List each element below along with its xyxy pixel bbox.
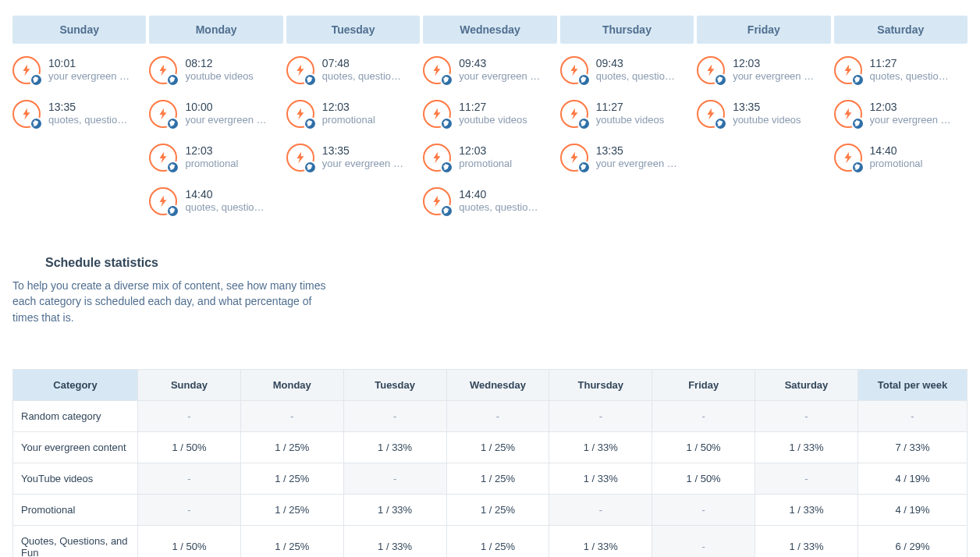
category-name-cell: YouTube videos	[13, 463, 138, 494]
stats-total-cell: 4 / 19%	[858, 494, 968, 525]
slot-icon-wrap	[286, 100, 314, 128]
slot-category: quotes, questio…	[596, 70, 694, 83]
stats-cell: -	[652, 525, 755, 557]
twitter-badge-icon	[440, 204, 453, 218]
stats-cell: 1 / 25%	[446, 463, 549, 494]
slot-text: 12:03your evergreen …	[870, 100, 968, 127]
slot-time: 09:43	[459, 56, 556, 70]
slot-text: 09:43quotes, questio…	[596, 56, 694, 83]
slot-text: 14:40promotional	[870, 144, 968, 171]
schedule-slot[interactable]: 13:35your evergreen …	[286, 144, 420, 172]
stats-total-cell: 6 / 29%	[858, 525, 968, 557]
stats-header-cell: Saturday	[755, 369, 858, 400]
schedule-slot[interactable]: 09:43your evergreen …	[423, 56, 556, 84]
stats-cell: 1 / 25%	[446, 525, 549, 557]
slot-text: 13:35youtube videos	[733, 100, 830, 127]
slot-time: 11:27	[870, 56, 968, 70]
category-name-cell: Random category	[13, 400, 138, 431]
stats-cell: 1 / 50%	[138, 525, 241, 557]
schedule-slot[interactable]: 14:40quotes, questio…	[149, 187, 282, 215]
schedule-grid: SundayMondayTuesdayWednesdayThursdayFrid…	[0, 16, 980, 231]
stats-cell: 1 / 25%	[240, 463, 343, 494]
schedule-statistics-heading: Schedule statistics	[45, 256, 968, 270]
twitter-badge-icon	[304, 117, 317, 130]
twitter-badge-icon	[714, 117, 727, 130]
slot-icon-wrap	[12, 100, 41, 128]
stats-cell: -	[549, 400, 652, 431]
schedule-slot[interactable]: 11:27youtube videos	[560, 100, 694, 128]
schedule-slot[interactable]: 07:48quotes, questio…	[286, 56, 420, 84]
slot-category: your evergreen …	[185, 114, 282, 127]
stats-cell: 1 / 33%	[549, 463, 652, 494]
twitter-badge-icon	[304, 73, 317, 87]
slot-icon-wrap	[149, 144, 177, 172]
slot-time: 14:40	[459, 187, 556, 201]
schedule-slot[interactable]: 11:27youtube videos	[423, 100, 556, 128]
twitter-badge-icon	[440, 117, 453, 130]
slot-icon-wrap	[149, 100, 177, 128]
stats-cell: 1 / 33%	[755, 494, 858, 525]
table-row: Random category--------	[13, 400, 968, 431]
schedule-slot[interactable]: 13:35quotes, questio…	[12, 100, 146, 128]
slot-icon-wrap	[423, 187, 451, 215]
schedule-slot[interactable]: 12:03your evergreen …	[834, 100, 968, 128]
slot-category: quotes, questio…	[459, 201, 556, 215]
slot-category: your evergreen …	[870, 114, 968, 127]
stats-header-cell: Thursday	[549, 369, 652, 400]
stats-total-cell: 4 / 19%	[858, 463, 968, 494]
stats-cell: 1 / 33%	[343, 431, 446, 463]
slot-icon-wrap	[560, 144, 588, 172]
stats-cell: 1 / 33%	[755, 431, 858, 463]
slot-text: 14:40quotes, questio…	[459, 187, 556, 215]
slot-text: 10:01your evergreen …	[48, 56, 146, 83]
stats-total-cell: 7 / 33%	[858, 431, 968, 463]
slot-text: 11:27quotes, questio…	[870, 56, 968, 83]
slot-text: 12:03promotional	[185, 144, 282, 171]
slot-icon-wrap	[560, 56, 588, 84]
day-column-sunday: 10:01your evergreen …13:35quotes, questi…	[12, 47, 146, 231]
schedule-slot[interactable]: 13:35your evergreen …	[560, 144, 694, 172]
schedule-slot[interactable]: 09:43quotes, questio…	[560, 56, 694, 84]
stats-cell: -	[755, 463, 858, 494]
twitter-badge-icon	[166, 117, 179, 130]
schedule-slot[interactable]: 12:03promotional	[286, 100, 420, 128]
schedule-slot[interactable]: 12:03promotional	[149, 144, 282, 172]
stats-cell: -	[138, 463, 241, 494]
stats-cell: 1 / 33%	[343, 525, 446, 557]
slot-time: 09:43	[596, 56, 694, 70]
twitter-badge-icon	[851, 73, 865, 87]
schedule-slot[interactable]: 12:03your evergreen …	[697, 56, 830, 84]
slot-category: promotional	[870, 158, 968, 171]
category-name-cell: Quotes, Questions, and Fun	[13, 525, 138, 557]
twitter-badge-icon	[851, 161, 865, 174]
schedule-slot[interactable]: 10:00your evergreen …	[149, 100, 282, 128]
schedule-slot[interactable]: 14:40promotional	[834, 144, 968, 172]
category-name-cell: Your evergreen content	[13, 431, 138, 463]
stats-cell: 1 / 25%	[240, 525, 343, 557]
slot-text: 12:03promotional	[322, 100, 420, 127]
twitter-badge-icon	[577, 73, 591, 87]
slot-time: 12:03	[185, 144, 282, 158]
slot-time: 12:03	[870, 100, 968, 114]
table-row: Promotional-1 / 25%1 / 33%1 / 25%--1 / 3…	[13, 494, 968, 525]
day-header-friday: Friday	[697, 16, 830, 44]
slot-category: your evergreen …	[733, 70, 830, 83]
stats-cell: -	[138, 494, 241, 525]
schedule-slot[interactable]: 12:03promotional	[423, 144, 556, 172]
slot-time: 13:35	[596, 144, 694, 158]
slot-icon-wrap	[149, 187, 177, 215]
schedule-slot[interactable]: 10:01your evergreen …	[12, 56, 146, 84]
stats-cell: -	[138, 400, 241, 431]
day-header-sunday: Sunday	[12, 16, 146, 44]
stats-cell: 1 / 25%	[446, 431, 549, 463]
schedule-slot[interactable]: 14:40quotes, questio…	[423, 187, 556, 215]
twitter-badge-icon	[714, 73, 727, 87]
slot-category: your evergreen …	[322, 158, 420, 171]
schedule-slot[interactable]: 13:35youtube videos	[697, 100, 830, 128]
twitter-badge-icon	[851, 117, 865, 130]
slot-category: youtube videos	[733, 114, 830, 127]
table-row: Quotes, Questions, and Fun1 / 50%1 / 25%…	[13, 525, 968, 557]
slot-icon-wrap	[149, 56, 177, 84]
schedule-slot[interactable]: 08:12youtube videos	[149, 56, 282, 84]
schedule-slot[interactable]: 11:27quotes, questio…	[834, 56, 968, 84]
